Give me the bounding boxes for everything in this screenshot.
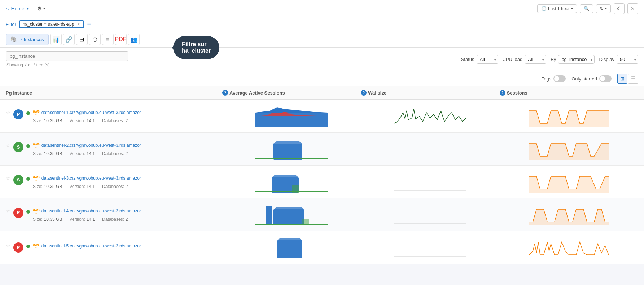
search-input[interactable] bbox=[6, 51, 128, 61]
filter-tag-ha-cluster[interactable]: ha_cluster = sales-rds-app ✕ bbox=[19, 20, 84, 28]
table-icon: ⊞ bbox=[79, 36, 84, 43]
instance-details-5: aws ⌢ datasentinel-5.crzrvgmwobub.eu-wes… bbox=[33, 242, 141, 251]
databases-meta-4: Databases: 2 bbox=[102, 217, 128, 222]
by-select[interactable]: pg_instance bbox=[558, 55, 595, 64]
wal-size-chart-5 bbox=[361, 235, 499, 260]
size-meta-2: Size: 10.35 GB bbox=[33, 151, 62, 156]
table-row: ☆ R aws ⌢ datasentinel-5.crzrvgmwobub.eu… bbox=[0, 231, 644, 264]
svg-marker-25 bbox=[277, 238, 302, 240]
refresh-button[interactable]: ↻ ▾ bbox=[596, 4, 611, 13]
table-header: Pg instance ? Average Active Sessions ? … bbox=[0, 86, 644, 100]
instance-hostname-5[interactable]: datasentinel-5.crzrvgmwobub.eu-west-3.rd… bbox=[41, 244, 141, 249]
last-hour-label: Last 1 hour bbox=[548, 6, 570, 11]
instances-table: Pg instance ? Average Active Sessions ? … bbox=[0, 86, 644, 264]
aws-logo-4: aws ⌢ bbox=[33, 208, 39, 215]
aws-logo-2: aws ⌢ bbox=[33, 142, 39, 149]
filter-add-button[interactable]: + bbox=[87, 21, 91, 27]
last-hour-button[interactable]: 🕐 Last 1 hour ▾ bbox=[537, 4, 577, 13]
list-button[interactable]: ≡ bbox=[102, 34, 114, 45]
instance-name-row-3: aws ⌢ datasentinel-3.crzrvgmwobub.eu-wes… bbox=[33, 175, 141, 182]
pdf-button[interactable]: PDF bbox=[115, 34, 127, 45]
home-chevron-icon: ▾ bbox=[27, 6, 29, 10]
star-button-1[interactable]: ☆ bbox=[6, 109, 10, 115]
list-view-button[interactable]: ☰ bbox=[628, 74, 638, 84]
topology-button[interactable]: 🔗 bbox=[63, 34, 75, 45]
filter-bar: Filter ha_cluster = sales-rds-app ✕ + bbox=[0, 17, 644, 31]
avg-sessions-chart-1 bbox=[222, 104, 361, 129]
dark-mode-button[interactable]: ☾ bbox=[614, 3, 625, 14]
topnav-left: ⌂ Home ▾ ⚙ ▾ bbox=[6, 6, 45, 12]
moon-icon: ☾ bbox=[617, 6, 622, 12]
instance-info-2: ☆ S aws ⌢ datasentinel-2.crzrvgmwobub.eu… bbox=[6, 142, 222, 156]
instance-meta-2: Size: 10.35 GB Version: 14.1 Databases: … bbox=[33, 151, 141, 156]
tags-toggle[interactable] bbox=[553, 75, 566, 82]
databases-value-1: 2 bbox=[126, 118, 128, 123]
star-button-2[interactable]: ☆ bbox=[6, 142, 10, 148]
star-button-4[interactable]: ☆ bbox=[6, 208, 10, 214]
filter-tag-value: sales-rds-app bbox=[48, 22, 74, 27]
by-label: By bbox=[551, 57, 556, 62]
avg-sessions-svg-3 bbox=[255, 171, 328, 193]
only-starred-toggle[interactable] bbox=[599, 75, 612, 82]
status-dot-4 bbox=[26, 210, 30, 214]
grid-icon: ⊞ bbox=[620, 76, 625, 82]
home-link[interactable]: ⌂ Home ▾ bbox=[6, 6, 29, 12]
version-meta-1: Version: 14.1 bbox=[69, 118, 95, 123]
sessions-svg-2 bbox=[529, 138, 609, 160]
avg-sessions-chart-2 bbox=[222, 136, 361, 162]
topnav-right: 🕐 Last 1 hour ▾ 🔍 ↻ ▾ ☾ ✕ bbox=[537, 3, 638, 14]
avg-sessions-chart-4 bbox=[222, 202, 361, 227]
star-button-3[interactable]: ☆ bbox=[6, 175, 10, 181]
star-button-5[interactable]: ☆ bbox=[6, 242, 10, 248]
wal-size-chart-1 bbox=[361, 104, 499, 129]
users-button[interactable]: 👥 bbox=[128, 34, 140, 45]
list-rows-icon: ☰ bbox=[631, 76, 636, 82]
stack-button[interactable]: ⬡ bbox=[89, 34, 101, 45]
avg-sessions-svg-5 bbox=[255, 237, 328, 258]
table-row: ☆ S aws ⌢ datasentinel-3.crzrvgmwobub.eu… bbox=[0, 166, 644, 198]
instance-details-4: aws ⌢ datasentinel-4.crzrvgmwobub.eu-wes… bbox=[33, 208, 141, 222]
close-button[interactable]: ✕ bbox=[627, 3, 638, 14]
display-select[interactable]: 50 bbox=[617, 55, 638, 64]
sessions-chart-4 bbox=[500, 202, 638, 227]
sessions-chart-5 bbox=[500, 235, 638, 260]
status-select-wrap: All bbox=[477, 55, 498, 64]
sessions-chart-1 bbox=[500, 104, 638, 129]
status-dot-1 bbox=[26, 111, 30, 115]
databases-value-3: 2 bbox=[126, 184, 128, 189]
instance-hostname-1[interactable]: datasentinel-1.crzrvgmwobub.eu-west-3.rd… bbox=[41, 110, 141, 115]
col-pg-instance-label: Pg instance bbox=[6, 90, 32, 96]
instance-name-row-2: aws ⌢ datasentinel-2.crzrvgmwobub.eu-wes… bbox=[33, 142, 141, 149]
only-starred-label: Only starred bbox=[571, 76, 597, 82]
version-meta-4: Version: 14.1 bbox=[69, 217, 95, 222]
cpu-load-select[interactable]: All bbox=[525, 55, 546, 64]
aws-logo-5: aws ⌢ bbox=[33, 242, 39, 249]
instance-hostname-4[interactable]: datasentinel-4.crzrvgmwobub.eu-west-3.rd… bbox=[41, 209, 141, 214]
users-icon: 👥 bbox=[130, 36, 137, 43]
search-button[interactable]: 🔍 bbox=[580, 4, 593, 13]
svg-marker-23 bbox=[529, 209, 609, 225]
chart-bar-button[interactable]: 📊 bbox=[50, 34, 62, 45]
grid-view-button[interactable]: ⊞ bbox=[617, 74, 627, 84]
sessions-info-icon: ? bbox=[500, 90, 505, 96]
instance-name-row-1: aws ⌢ datasentinel-1.crzrvgmwobub.eu-wes… bbox=[33, 109, 141, 116]
instance-details-1: aws ⌢ datasentinel-1.crzrvgmwobub.eu-wes… bbox=[33, 109, 141, 123]
wal-size-chart-4 bbox=[361, 202, 499, 227]
instance-hostname-3[interactable]: datasentinel-3.crzrvgmwobub.eu-west-3.rd… bbox=[41, 176, 141, 181]
size-value-2: 10.35 GB bbox=[44, 151, 62, 156]
avg-sessions-chart-5 bbox=[222, 235, 361, 260]
sessions-svg-1 bbox=[529, 105, 609, 127]
time-chevron-icon: ▾ bbox=[571, 6, 573, 10]
filter-tag-close-icon[interactable]: ✕ bbox=[77, 22, 80, 27]
top-navigation: ⌂ Home ▾ ⚙ ▾ 🕐 Last 1 hour ▾ 🔍 ↻ ▾ ☾ ✕ bbox=[0, 0, 644, 17]
status-select[interactable]: All bbox=[477, 55, 498, 64]
settings-button[interactable]: ⚙ ▾ bbox=[37, 6, 45, 12]
instances-count-button[interactable]: 🐘 7 Instances bbox=[6, 34, 49, 45]
table-button[interactable]: ⊞ bbox=[76, 34, 88, 45]
version-value-4: 14.1 bbox=[87, 217, 95, 222]
display-select-wrap: 50 bbox=[617, 55, 638, 64]
instance-hostname-2[interactable]: datasentinel-2.crzrvgmwobub.eu-west-3.rd… bbox=[41, 143, 141, 148]
version-label-2: Version: bbox=[69, 151, 85, 156]
stack-icon: ⬡ bbox=[92, 36, 97, 43]
size-label-1: Size: bbox=[33, 118, 43, 123]
